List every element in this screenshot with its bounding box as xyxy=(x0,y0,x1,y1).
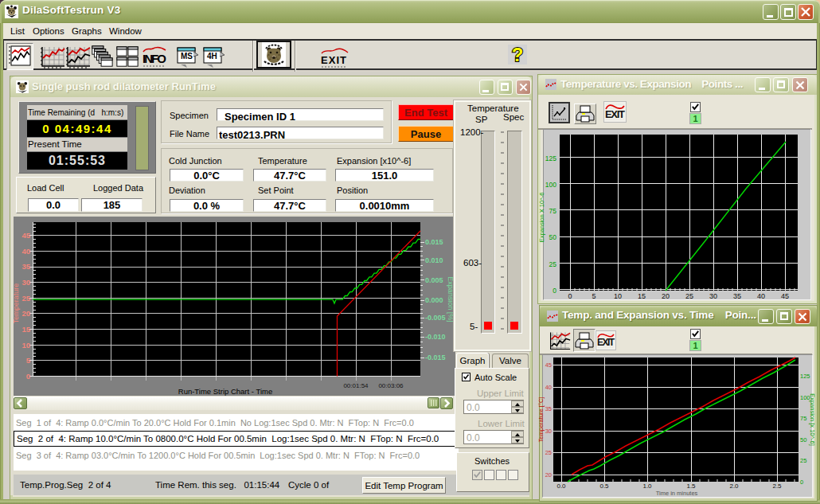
svg-text:4H: 4H xyxy=(207,52,217,61)
svg-text:40: 40 xyxy=(757,292,765,300)
svg-text:15: 15 xyxy=(21,325,30,334)
svg-text:0: 0 xyxy=(553,287,556,295)
svg-text:100: 100 xyxy=(800,394,810,401)
svg-text:INFO: INFO xyxy=(143,52,166,65)
svg-text:Temperature: Temperature xyxy=(14,283,20,324)
svg-text:5: 5 xyxy=(26,356,31,365)
svg-text:20: 20 xyxy=(21,309,30,318)
svg-text:40: 40 xyxy=(21,247,30,256)
svg-text:25: 25 xyxy=(549,260,557,268)
svg-text:Run-Time Strip Chart - Time: Run-Time Strip Chart - Time xyxy=(178,387,272,396)
svg-text:?: ? xyxy=(512,45,524,64)
svg-text:-0.005: -0.005 xyxy=(425,314,446,322)
svg-text:0: 0 xyxy=(26,372,30,381)
svg-text:75: 75 xyxy=(800,415,806,422)
svg-text:75: 75 xyxy=(549,207,557,215)
svg-text:25: 25 xyxy=(685,292,693,300)
svg-text:0.015: 0.015 xyxy=(425,238,443,246)
svg-text:25: 25 xyxy=(545,449,552,456)
svg-text:EXIT: EXIT xyxy=(597,337,615,348)
svg-text:2.5: 2.5 xyxy=(772,483,782,490)
svg-text:00:03:06: 00:03:06 xyxy=(378,382,404,389)
svg-text:00:01:54: 00:01:54 xyxy=(343,382,369,389)
svg-text:0.000: 0.000 xyxy=(425,296,443,304)
svg-text:45: 45 xyxy=(781,292,789,300)
svg-text:EXIT: EXIT xyxy=(321,54,346,66)
svg-text:MS: MS xyxy=(181,52,193,61)
svg-text:-0.015: -0.015 xyxy=(425,354,446,361)
svg-text:50: 50 xyxy=(549,233,557,241)
svg-text:30: 30 xyxy=(545,428,552,435)
svg-text:35: 35 xyxy=(21,262,30,271)
svg-text:1.5: 1.5 xyxy=(686,483,696,490)
svg-text:0: 0 xyxy=(800,479,803,486)
svg-text:0.010: 0.010 xyxy=(425,256,443,264)
svg-text:35: 35 xyxy=(545,405,552,412)
svg-text:40: 40 xyxy=(545,384,552,391)
svg-text:0.005: 0.005 xyxy=(425,276,443,284)
svg-text:50: 50 xyxy=(800,436,806,443)
svg-text:10: 10 xyxy=(614,292,622,300)
svg-text:5: 5 xyxy=(592,292,595,300)
svg-text:125: 125 xyxy=(800,373,810,380)
svg-text:1.0: 1.0 xyxy=(642,483,652,490)
svg-text:Expansion [x 10^-6]: Expansion [x 10^-6] xyxy=(809,393,816,446)
svg-text:30: 30 xyxy=(709,292,717,300)
svg-text:10: 10 xyxy=(21,341,30,350)
svg-text:Time in minutes: Time in minutes xyxy=(656,490,698,497)
svg-text:35: 35 xyxy=(733,292,741,300)
svg-text:0.5: 0.5 xyxy=(599,483,609,490)
svg-text:Expansion X 10^-6: Expansion X 10^-6 xyxy=(538,193,545,243)
svg-text:Temperature [°C]: Temperature [°C] xyxy=(537,397,545,443)
svg-text:EXIT: EXIT xyxy=(605,108,625,120)
svg-text:45: 45 xyxy=(545,361,552,369)
svg-text:0.0: 0.0 xyxy=(556,483,566,490)
svg-text:15: 15 xyxy=(638,292,646,300)
svg-text:20: 20 xyxy=(545,471,552,479)
svg-text:30: 30 xyxy=(21,278,30,287)
svg-text:125: 125 xyxy=(545,154,556,162)
svg-text:2.0: 2.0 xyxy=(729,483,739,490)
svg-text:-0.010: -0.010 xyxy=(425,333,446,341)
svg-text:25: 25 xyxy=(21,294,30,303)
svg-text:100: 100 xyxy=(545,181,556,189)
svg-text:25: 25 xyxy=(800,457,806,464)
svg-text:0: 0 xyxy=(568,292,572,300)
svg-text:45: 45 xyxy=(21,231,30,240)
svg-text:20: 20 xyxy=(662,292,670,300)
